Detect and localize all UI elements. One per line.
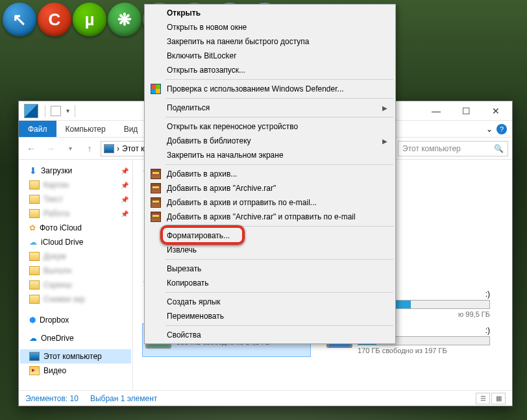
minimize-button[interactable]: —	[421, 102, 451, 120]
nav-recent[interactable]: ▾	[62, 140, 79, 157]
ctx-shortcut[interactable]: Создать ярлык	[146, 295, 394, 309]
nav-label: Загрузки	[41, 166, 72, 175]
breadcrumb-sep: ›	[117, 144, 119, 153]
ribbon-expand[interactable]: ⌄	[486, 125, 493, 134]
view-icons-button[interactable]: ▦	[491, 393, 506, 404]
nav-onedrive[interactable]: ☁OneDrive	[20, 331, 131, 345]
ctx-eject[interactable]: Извлечь	[146, 243, 394, 257]
nav-folder[interactable]: Снимки экр	[20, 292, 131, 306]
ctx-separator	[165, 259, 393, 260]
nav-dropbox[interactable]: ⬢Dropbox	[20, 313, 131, 327]
ctx-rename[interactable]: Переименовать	[146, 309, 394, 323]
folder-icon	[29, 195, 40, 204]
nav-folder[interactable]: Текст📌	[20, 192, 131, 206]
ctx-cut[interactable]: Вырезать	[146, 262, 394, 276]
view-details-button[interactable]: ☰	[476, 393, 490, 404]
status-bar: Элементов: 10 Выбран 1 элемент ☰ ▦	[19, 390, 512, 406]
help-icon[interactable]: ?	[496, 124, 507, 134]
ctx-rar-email[interactable]: Добавить в архив и отправить по e-mail..…	[146, 195, 394, 210]
tab-computer[interactable]: Компьютер	[56, 121, 115, 137]
nav-label: Докум	[43, 252, 66, 261]
ctx-defender[interactable]: Проверка с использованием Windows Defend…	[146, 82, 394, 96]
defender-icon	[150, 83, 162, 95]
folder-icon	[29, 295, 40, 304]
nav-downloads[interactable]: ⬇Загрузки📌	[20, 164, 131, 178]
nav-folder[interactable]: Картин📌	[20, 178, 131, 192]
ctx-add-library[interactable]: Добавить в библиотеку▶	[146, 134, 394, 148]
taskbar-cursor-icon[interactable]: ↖	[3, 3, 36, 36]
ctx-bitlocker[interactable]: Включить BitLocker	[146, 49, 394, 63]
ctx-share[interactable]: Поделиться▶	[146, 101, 394, 115]
ctx-label: Добавить в архив "Archive.rar"	[167, 184, 276, 193]
search-input[interactable]: Этот компьютер 🔍	[398, 141, 508, 156]
maximize-button[interactable]: ☐	[451, 102, 481, 120]
qat-checkbox-icon[interactable]	[51, 106, 61, 116]
nav-icloud-drive[interactable]: ☁iCloud Drive	[20, 235, 131, 249]
separator	[45, 105, 45, 117]
nav-folder[interactable]: Докум	[20, 249, 131, 264]
onedrive-icon: ☁	[29, 334, 37, 343]
ctx-label: Форматировать...	[167, 231, 230, 240]
context-menu: Открыть Открыть в новом окне Закрепить н…	[144, 4, 396, 344]
nav-label: Работа	[43, 209, 69, 218]
ctx-portable-device[interactable]: Открыть как переносное устройство	[146, 119, 394, 134]
ctx-autorun[interactable]: Открыть автозапуск...	[146, 63, 394, 77]
drive-free-text: 170 ГБ свободно из 197 ГБ	[358, 347, 490, 354]
icloud-icon: ☁	[29, 238, 37, 247]
nav-video[interactable]: Видео	[20, 364, 131, 378]
ctx-label: Добавить в архив и отправить по e-mail..…	[167, 198, 317, 207]
ctx-format[interactable]: Форматировать...	[146, 229, 394, 243]
nav-label: OneDrive	[41, 334, 74, 343]
ctx-label: Добавить в библиотеку	[167, 136, 251, 145]
nav-folder[interactable]: Скринш	[20, 278, 131, 292]
nav-folder[interactable]: Работа📌	[20, 206, 131, 221]
ctx-separator	[165, 325, 393, 326]
nav-back[interactable]: ←	[23, 140, 40, 157]
ctx-label: Извлечь	[167, 245, 197, 254]
folder-icon	[29, 180, 40, 190]
close-button[interactable]: ✕	[481, 102, 511, 120]
pin-icon: 📌	[121, 167, 129, 175]
ctx-label: Поделиться	[167, 103, 210, 112]
tab-file[interactable]: Файл	[19, 121, 56, 137]
folder-icon	[29, 280, 40, 290]
ctx-label: Добавить в архив...	[167, 169, 237, 179]
folder-icon	[29, 266, 40, 275]
ctx-open[interactable]: Открыть	[146, 6, 394, 20]
ctx-rar-archive-email[interactable]: Добавить в архив "Archive.rar" и отправи…	[146, 210, 394, 224]
icloud-photo-icon: ✿	[29, 223, 36, 232]
nav-label: Скринш	[43, 280, 72, 290]
nav-photo-icloud[interactable]: ✿Фото iCloud	[20, 221, 131, 235]
taskbar-app-icon[interactable]: ❋	[108, 3, 141, 36]
downloads-icon: ⬇	[29, 166, 37, 176]
nav-up[interactable]: ↑	[81, 140, 98, 157]
tab-view[interactable]: Вид	[115, 121, 147, 137]
ctx-copy[interactable]: Копировать	[146, 276, 394, 290]
ctx-properties[interactable]: Свойства	[146, 328, 394, 342]
search-placeholder: Этот компьютер	[402, 144, 461, 153]
nav-label: Фото iCloud	[40, 223, 82, 232]
ctx-open-new-window[interactable]: Открыть в новом окне	[146, 20, 394, 34]
ctx-label: Закрепить на панели быстрого доступа	[167, 37, 310, 46]
ctx-rar-archive[interactable]: Добавить в архив "Archive.rar"	[146, 181, 394, 195]
folder-icon	[29, 252, 40, 261]
dropbox-icon: ⬢	[29, 315, 36, 325]
ctx-pin-quick-access[interactable]: Закрепить на панели быстрого доступа	[146, 34, 394, 49]
qat-dropdown[interactable]: ▾	[66, 107, 69, 114]
ctx-label: Открыть автозапуск...	[167, 66, 245, 75]
taskbar-ccleaner-icon[interactable]: C	[38, 3, 71, 36]
nav-label: Текст	[43, 195, 63, 204]
ctx-pin-start[interactable]: Закрепить на начальном экране	[146, 148, 394, 162]
pin-icon: 📌	[121, 210, 129, 217]
ctx-label: Добавить в архив "Archive.rar" и отправи…	[167, 212, 356, 221]
folder-icon	[29, 209, 40, 218]
nav-forward[interactable]: →	[42, 140, 59, 157]
ctx-rar-add[interactable]: Добавить в архив...	[146, 167, 394, 181]
taskbar-utorrent-icon[interactable]: µ	[73, 3, 106, 36]
ctx-label: Открыть	[167, 8, 201, 18]
navigation-pane: ⬇Загрузки📌 Картин📌 Текст📌 Работа📌 ✿Фото …	[19, 160, 133, 390]
winrar-icon	[150, 168, 162, 180]
nav-this-pc[interactable]: Этот компьютер	[20, 349, 131, 364]
nav-folder[interactable]: Выполн	[20, 264, 131, 278]
ctx-label: Включить BitLocker	[167, 51, 236, 60]
